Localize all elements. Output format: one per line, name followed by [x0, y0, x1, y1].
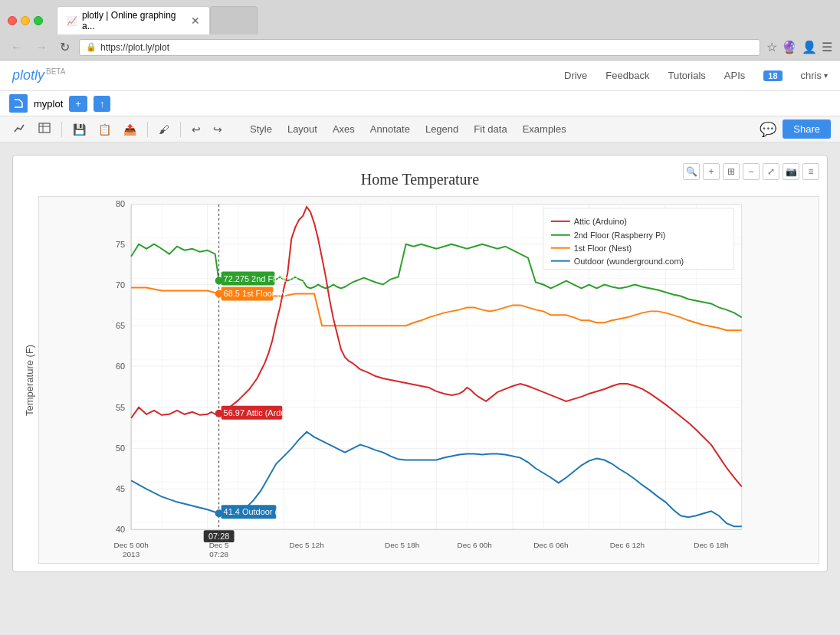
menu-icon[interactable]: ☰ — [822, 40, 832, 54]
line-chart-icon — [14, 123, 26, 133]
apis-link[interactable]: APIs — [724, 70, 745, 81]
style-btn[interactable]: Style — [242, 120, 280, 138]
toolbar-text-buttons: Style Layout Axes Annotate Legend Fit da… — [242, 120, 574, 138]
legend-attic-label: Attic (Arduino) — [574, 217, 627, 226]
svg-text:40: 40 — [116, 525, 125, 534]
svg-text:75: 75 — [116, 240, 125, 249]
table-icon — [38, 123, 51, 133]
pan-btn[interactable]: ⊞ — [723, 163, 740, 180]
toolbar: 💾 📋 📤 🖌 ↩ ↪ Style Layout Axes Annotate L… — [0, 116, 840, 142]
tab-favicon: 📈 — [67, 16, 77, 26]
beta-badge: BETA — [46, 67, 65, 76]
browser-chrome: 📈 plotly | Online graphing a... ✕ ← → ↻ … — [0, 0, 840, 61]
chart-wrapper: Temperature (F) — [21, 196, 819, 564]
ssl-lock-icon: 🔒 — [86, 42, 97, 52]
user-menu[interactable]: chris ▾ — [801, 70, 828, 81]
minimize-dot[interactable] — [21, 16, 30, 25]
browser-nav-right: ☆ 🔮 👤 ☰ — [766, 40, 832, 54]
toolbar-section-left: 💾 📋 📤 🖌 ↩ ↪ — [9, 119, 227, 139]
red-tooltip-value: 56.97 Attic (Arduino) — [224, 408, 300, 417]
redo-btn[interactable]: ↪ — [208, 120, 227, 139]
export-icon-btn[interactable]: 📤 — [119, 120, 141, 139]
forward-button[interactable]: → — [32, 39, 51, 56]
file-icon — [9, 94, 28, 113]
x-tooltip-value: 07:28 — [208, 532, 229, 541]
svg-text:45: 45 — [116, 484, 125, 493]
tutorials-link[interactable]: Tutorials — [668, 70, 705, 81]
axes-btn[interactable]: Axes — [325, 120, 363, 138]
fullscreen-dot[interactable] — [34, 16, 43, 25]
upload-file-button[interactable]: ↑ — [94, 96, 111, 112]
profile-icon[interactable]: 👤 — [802, 40, 817, 54]
svg-text:Dec 5 12h: Dec 5 12h — [290, 541, 324, 549]
chart-icon-btn[interactable] — [9, 119, 31, 139]
svg-text:Dec 6 00h: Dec 6 00h — [458, 541, 492, 549]
zoom-in-btn[interactable]: 🔍 — [683, 163, 700, 180]
toolbar-separator-1 — [61, 122, 62, 137]
browser-address-bar: ← → ↻ 🔒 https://plot.ly/plot ☆ 🔮 👤 ☰ — [0, 34, 840, 60]
blue-tooltip-value: 41.4 Outdoor (wun... — [224, 507, 300, 516]
svg-text:55: 55 — [116, 403, 125, 412]
svg-text:60: 60 — [116, 362, 125, 371]
annotate-btn[interactable]: Annotate — [363, 120, 418, 138]
svg-rect-0 — [39, 123, 50, 133]
chart-svg: 40 45 50 55 60 65 70 75 80 Dec 5 00h 201… — [38, 196, 819, 564]
app-header: plotlyBETA Drive Feedback Tutorials APIs… — [0, 61, 840, 91]
notifications-badge[interactable]: 18 — [763, 70, 782, 81]
refresh-button[interactable]: ↻ — [57, 38, 73, 56]
zoom-out-btn[interactable]: − — [743, 163, 760, 180]
format-icon-btn[interactable]: 🖌 — [154, 120, 174, 139]
close-dot[interactable] — [8, 16, 17, 25]
address-bar[interactable]: 🔒 https://plot.ly/plot — [79, 39, 760, 56]
camera-btn[interactable]: 📷 — [783, 163, 799, 180]
app-logo[interactable]: plotlyBETA — [12, 67, 65, 83]
toolbar-separator-3 — [180, 122, 181, 137]
inactive-tab[interactable] — [210, 6, 258, 34]
copy-icon-btn[interactable]: 📋 — [94, 120, 116, 139]
legend-2ndfloor-label: 2nd Floor (Raspberry Pi) — [574, 231, 666, 240]
layout-btn[interactable]: Layout — [280, 120, 325, 138]
active-tab[interactable]: 📈 plotly | Online graphing a... ✕ — [57, 6, 210, 34]
menu-chart-btn[interactable]: ≡ — [802, 163, 819, 180]
main-content: 🔍 + ⊞ − ⤢ 📷 ≡ Home Temperature Temperatu… — [0, 142, 840, 635]
save-icon-btn[interactable]: 💾 — [68, 120, 90, 139]
tab-close-btn[interactable]: ✕ — [191, 15, 200, 27]
tab-title: plotly | Online graphing a... — [82, 10, 183, 31]
browser-titlebar: 📈 plotly | Online graphing a... ✕ — [0, 0, 840, 34]
app-nav: Drive Feedback Tutorials APIs 18 chris ▾ — [564, 70, 828, 81]
svg-text:50: 50 — [116, 444, 125, 453]
share-button[interactable]: Share — [783, 119, 831, 139]
feedback-link[interactable]: Feedback — [605, 70, 649, 81]
star-icon[interactable]: ☆ — [766, 40, 777, 54]
svg-text:65: 65 — [116, 321, 125, 330]
examples-btn[interactable]: Examples — [515, 120, 574, 138]
svg-text:Dec 6 18h: Dec 6 18h — [694, 541, 728, 549]
legend-btn[interactable]: Legend — [418, 120, 466, 138]
svg-text:80: 80 — [116, 199, 125, 208]
svg-text:Dec 6 06h: Dec 6 06h — [533, 541, 568, 549]
extension-icon[interactable]: 🔮 — [782, 40, 797, 54]
y-axis-label: Temperature (F) — [21, 196, 38, 564]
browser-tabs: 📈 plotly | Online graphing a... ✕ — [57, 6, 258, 34]
svg-text:07:28: 07:28 — [209, 550, 228, 558]
plus-icon: + — [75, 98, 81, 110]
add-btn[interactable]: + — [703, 163, 720, 180]
back-button[interactable]: ← — [8, 39, 26, 56]
green-tooltip-value: 72.275 2nd Floor (R... — [224, 274, 305, 283]
svg-text:70: 70 — [116, 280, 125, 290]
undo-btn[interactable]: ↩ — [187, 120, 205, 139]
chevron-down-icon: ▾ — [824, 71, 828, 80]
drive-link[interactable]: Drive — [564, 70, 587, 81]
legend-1stfloor-label: 1st Floor (Nest) — [574, 244, 632, 253]
table-icon-btn[interactable] — [34, 119, 55, 139]
fit-data-btn[interactable]: Fit data — [466, 120, 514, 138]
username: chris — [801, 70, 822, 81]
add-file-button[interactable]: + — [69, 96, 87, 112]
chart-toolbar: 🔍 + ⊞ − ⤢ 📷 ≡ — [683, 163, 819, 180]
toolbar-right: 💬 Share — [760, 119, 831, 139]
file-name: myplot — [34, 98, 63, 110]
comment-icon[interactable]: 💬 — [760, 121, 776, 138]
fullscreen-btn[interactable]: ⤢ — [763, 163, 779, 180]
file-row: myplot + ↑ — [0, 91, 840, 116]
toolbar-separator-2 — [147, 122, 148, 137]
